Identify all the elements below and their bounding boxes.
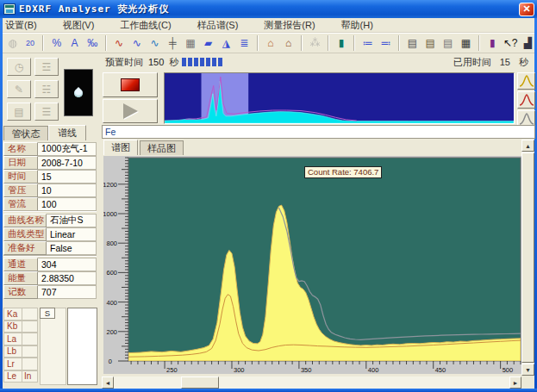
green-book-icon[interactable]: ▮ (334, 34, 350, 52)
menu-item[interactable]: 帮助(H) (341, 19, 373, 32)
progress-segment (206, 58, 210, 66)
menu-item[interactable]: 样品谱(S) (197, 19, 239, 32)
window-border-bottom (0, 389, 537, 392)
scroll-up-icon[interactable]: ▲ (521, 140, 534, 152)
peak-markers-icon[interactable]: ╪ (165, 34, 181, 52)
field-value: 304 (38, 258, 97, 271)
counts-display-icon[interactable]: 20 (22, 34, 39, 52)
calibrate-font-icon[interactable]: A (66, 34, 83, 52)
element-tab-s[interactable]: S (40, 308, 55, 319)
help-book-icon: ▮ (490, 38, 496, 48)
scroll-left-icon[interactable]: ◄ (102, 376, 114, 389)
toolbar-separator (105, 35, 107, 51)
element-list-panel[interactable] (67, 308, 97, 385)
numbered-list-icon[interactable]: ≔ (359, 34, 376, 52)
field-value: 石油中S (47, 214, 97, 227)
svg-text:1000: 1000 (103, 210, 117, 218)
print-preview-icon[interactable]: ▤ (440, 34, 456, 52)
show-red-peak-button[interactable] (517, 91, 535, 109)
ratio-icon[interactable]: ‰ (84, 34, 101, 52)
new-spectrum-icon[interactable]: ∿ (111, 34, 128, 52)
elapsed-time-label: 已用时间 (453, 56, 491, 69)
spectrum-chart[interactable]: 200400600800100012000250300350400450500 (103, 156, 521, 374)
window-title: EDXRF Analyser 荧光分析仪 (19, 3, 169, 16)
horizontal-scrollbar[interactable] (102, 376, 521, 389)
line-extra (22, 308, 38, 320)
svg-text:450: 450 (435, 366, 446, 374)
field-value: Linear (47, 227, 97, 241)
field-value: 707 (38, 285, 97, 299)
elapsed-time-unit: 秒 (519, 56, 528, 69)
peak-fit-icon[interactable]: ◮ (218, 34, 234, 52)
tab-spectral-lines[interactable]: 谱线 (48, 125, 86, 140)
percent-icon[interactable]: % (48, 34, 65, 52)
horizontal-scrollbar-thumb[interactable] (181, 376, 219, 389)
scroll-down-icon[interactable]: ▼ (521, 364, 534, 376)
field-row: 准备好False (3, 241, 97, 255)
field-label: 管压 (3, 184, 38, 197)
preset-time-unit: 秒 (169, 56, 178, 69)
progress-segment (182, 58, 186, 66)
vertical-scrollbar-thumb[interactable] (521, 152, 534, 363)
tab-sample-chart[interactable]: 样品图 (140, 140, 184, 155)
field-row: 记数707 (3, 285, 97, 299)
line-row[interactable]: LeIn (3, 370, 39, 383)
line-row[interactable]: La (3, 333, 39, 345)
line-row[interactable]: Lr (3, 358, 39, 370)
ratio-icon: ‰ (87, 38, 97, 48)
element-column (40, 308, 66, 385)
dotted-list-icon: ≕ (381, 38, 391, 48)
title-bar[interactable]: EDXRF Analyser 荧光分析仪 ✕ (0, 0, 537, 18)
stop-button[interactable] (103, 72, 158, 97)
edit-icon: ✎ (7, 80, 31, 98)
scroll-right-icon[interactable]: ► (509, 376, 521, 389)
field-label: 通道 (3, 258, 38, 271)
menu-item[interactable]: 视图(V) (63, 19, 95, 32)
chart-view-icon[interactable]: ▰ (200, 34, 216, 52)
home-alt-icon[interactable]: ⌂ (280, 34, 297, 52)
context-help-icon[interactable]: ↖? (503, 34, 519, 52)
print-setup-icon[interactable]: ▤ (422, 34, 439, 52)
line-row[interactable]: Lb (3, 345, 39, 358)
field-value: 1000充气-1 (38, 142, 97, 156)
field-label: 记数 (3, 285, 38, 299)
print-preview-icon: ▤ (443, 38, 453, 48)
acquisition-progress-bar (182, 58, 222, 66)
dotted-list-icon[interactable]: ≕ (378, 34, 394, 52)
overview-spectrum-chart[interactable] (164, 72, 515, 124)
list-view-icon[interactable]: ≣ (236, 34, 253, 52)
element-search-input[interactable] (102, 125, 535, 139)
progress-segment (194, 58, 198, 66)
menu-item[interactable]: 测量报告(R) (264, 19, 315, 32)
print-icon[interactable]: ▤ (404, 34, 421, 52)
start-button[interactable] (103, 99, 158, 123)
tab-tube-status[interactable]: 管状态 (3, 126, 48, 140)
app-window: EDXRF Analyser 荧光分析仪 ✕ 设置(B)视图(V)工作曲线(C)… (0, 0, 537, 392)
delete-spectrum-icon[interactable]: ∿ (128, 34, 145, 52)
home-icon[interactable]: ⌂ (263, 34, 279, 52)
show-yellow-peak-button[interactable] (517, 72, 535, 90)
help-book-icon[interactable]: ▮ (484, 34, 501, 52)
line-extra: In (22, 370, 38, 383)
menu-item[interactable]: 工作曲线(C) (120, 19, 171, 32)
svg-text:500: 500 (503, 366, 514, 374)
counts-display-icon: 20 (26, 40, 34, 47)
calculator-icon[interactable]: ▦ (458, 34, 474, 52)
save-spectrum-icon[interactable]: ∿ (147, 34, 163, 52)
svg-text:400: 400 (368, 366, 379, 374)
window-border-left (0, 18, 3, 392)
line-row[interactable]: Ka (3, 308, 39, 320)
svg-text:250: 250 (166, 366, 178, 374)
line-label: Kb (3, 320, 22, 333)
close-icon[interactable]: ✕ (519, 3, 534, 16)
line-row[interactable]: Kb (3, 320, 39, 333)
tab-spectrum-chart[interactable]: 谱图 (103, 140, 138, 155)
menu-item[interactable]: 设置(B) (5, 19, 37, 32)
filament-status-icon: ☰ (34, 103, 59, 121)
field-label: 日期 (3, 156, 38, 170)
field-value: 2008-7-10 (38, 156, 97, 170)
field-row: 能量2.88350 (3, 271, 97, 285)
line-label: Lr (3, 358, 22, 370)
roi-select-icon[interactable]: ▦ (183, 34, 199, 52)
field-label: 时间 (3, 170, 38, 184)
